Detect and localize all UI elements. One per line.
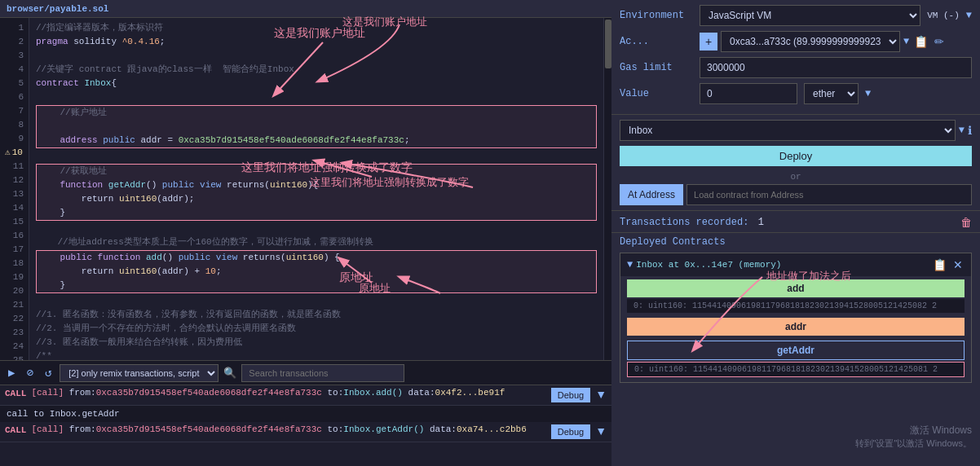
search-transactions-input[interactable] <box>241 364 404 382</box>
fn-getaddr-result: 0: uint160: 1154414090619811796818182302… <box>627 362 965 377</box>
filter-select[interactable]: [2] only remix transactions, script <box>60 364 219 382</box>
line-numbers: 1 2 3 4 5 6 7 8 9 ⚠10 11 12 13 14 15 16 … <box>0 18 29 360</box>
right-panel: Environment JavaScript VM VM (-) ▼ Ac...… <box>611 0 980 466</box>
environment-select[interactable]: JavaScript VM <box>700 5 920 26</box>
code-content: //指定编译器版本，版本标识符 pragma solidity ^0.4.16;… <box>29 18 603 360</box>
code-scrollbar[interactable] <box>603 18 611 360</box>
edit-account-button[interactable]: ✏ <box>933 33 946 50</box>
contract-name-select[interactable]: Inbox <box>620 120 956 141</box>
value-unit-select[interactable]: wei gwei finney ether <box>804 83 859 104</box>
deploy-button[interactable]: Deploy <box>620 146 972 166</box>
play-icon[interactable]: ▶ <box>5 364 18 381</box>
debug-button-2[interactable]: Debug <box>551 424 590 439</box>
account-dropdown-icon[interactable]: ▼ <box>903 36 909 47</box>
stop-icon[interactable]: ⊘ <box>23 364 36 381</box>
fn-add-section: add 0: uint160: 115441409061981179681818… <box>620 276 971 316</box>
copy-account-button[interactable]: 📋 <box>912 33 929 50</box>
contract-instance-name: Inbox at 0x...14e7 (memory) <box>636 260 928 270</box>
deployed-contracts-label: Deployed Contracts <box>620 236 972 248</box>
environment-label: Environment <box>620 10 693 21</box>
tx-details-2: [call] from:0xca35b7d915458ef540ade6068d… <box>31 424 545 434</box>
contract-section: Inbox ▼ ℹ Deploy or At Address <box>611 115 980 211</box>
fn-add-result: 0: uint160: 1154414090619811796818182302… <box>627 299 965 313</box>
contract-instance-header: ▼ Inbox at 0x...14e7 (memory) 📋 ✕ <box>620 253 971 276</box>
value-unit-dropdown[interactable]: ▼ <box>865 88 871 99</box>
tx-details-1: [call] from:0xca35b7d915458ef540ade6068d… <box>31 388 545 398</box>
value-label: Value <box>620 88 693 99</box>
value-input[interactable] <box>700 83 797 104</box>
environment-section: Environment JavaScript VM VM (-) ▼ Ac...… <box>611 0 980 115</box>
contract-instance: ▼ Inbox at 0x...14e7 (memory) 📋 ✕ add 0:… <box>620 253 972 383</box>
chevron-down-2[interactable]: ▼ <box>595 424 607 437</box>
contract-info-button[interactable]: ℹ <box>968 124 972 137</box>
fn-add-button[interactable]: add <box>627 279 965 297</box>
chevron-down-1[interactable]: ▼ <box>595 388 607 401</box>
contract-dropdown-icon[interactable]: ▼ <box>959 125 965 136</box>
reload-icon[interactable]: ↺ <box>42 364 55 381</box>
contract-chevron[interactable]: ▼ <box>627 259 633 270</box>
delete-transactions-button[interactable]: 🗑 <box>960 216 972 229</box>
at-address-button[interactable]: At Address <box>620 184 683 205</box>
code-editor: 1 2 3 4 5 6 7 8 9 ⚠10 11 12 13 14 15 16 … <box>0 18 611 360</box>
bottom-toolbar: ▶ ⊘ ↺ [2] only remix transactions, scrip… <box>0 360 611 385</box>
fn-getaddr-button[interactable]: getAddr <box>627 341 965 360</box>
deployed-contracts-section: Deployed Contracts ▼ Inbox at 0x...14e7 … <box>611 233 980 466</box>
top-bar: browser/payable.sol <box>0 0 611 18</box>
tx-call-badge-1: CALL <box>5 389 26 398</box>
add-account-button[interactable]: + <box>700 33 717 51</box>
fn-getaddr-section: getAddr 0: uint160: 11544140906198117968… <box>620 339 971 382</box>
tx-recorded-label: Transactions recorded: 1 <box>620 217 764 228</box>
search-icon: 🔍 <box>223 367 236 380</box>
gas-limit-label: Gas limit <box>620 62 693 73</box>
fn-addr-section: addr <box>620 316 971 339</box>
gas-limit-input[interactable] <box>700 57 972 78</box>
file-title: browser/payable.sol <box>7 4 108 14</box>
tx-message: call to Inbox.getAddr <box>0 406 611 422</box>
close-contract-button[interactable]: ✕ <box>951 257 965 273</box>
at-address-input[interactable] <box>686 184 972 205</box>
account-select[interactable]: 0xca3...a733c (89.99999999999232073 <box>721 31 900 52</box>
or-label: or <box>620 172 972 182</box>
tx-recorded-section: Transactions recorded: 1 🗑 <box>611 211 980 233</box>
vm-suffix: VM (-) <box>927 11 960 20</box>
fn-addr-button[interactable]: addr <box>627 318 965 336</box>
tx-call-badge-2: CALL <box>5 425 26 435</box>
tx-entry-1: CALL [call] from:0xca35b7d915458ef540ade… <box>0 385 611 406</box>
tx-recorded-count: 1 <box>758 217 764 228</box>
tx-log: CALL [call] from:0xca35b7d915458ef540ade… <box>0 385 611 466</box>
account-label: Ac... <box>620 36 693 47</box>
copy-contract-button[interactable]: 📋 <box>931 257 948 273</box>
vm-dropdown-icon[interactable]: ▼ <box>966 10 972 21</box>
tx-entry-2: CALL [call] from:0xca35b7d915458ef540ade… <box>0 422 611 442</box>
debug-button-1[interactable]: Debug <box>551 388 590 402</box>
